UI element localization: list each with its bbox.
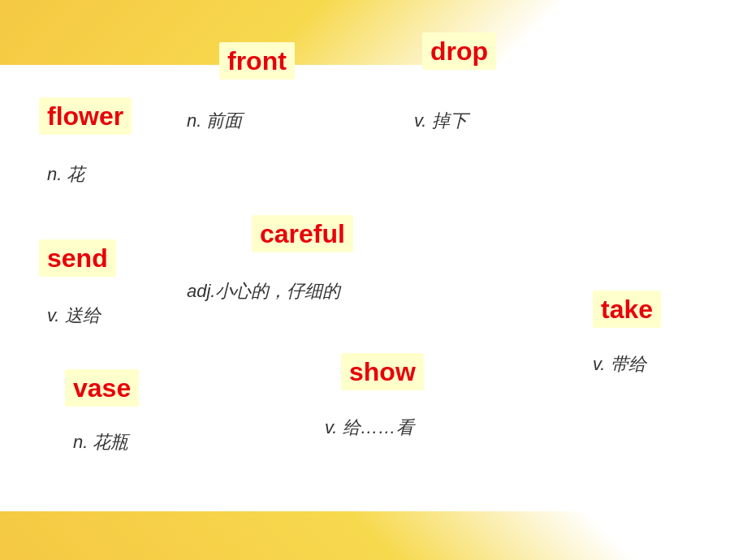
word-def-text-drop: v. 掉下 — [414, 109, 468, 133]
word-def-take: v. 带给 — [585, 349, 654, 380]
word-def-show: v. 给……看 — [317, 412, 422, 443]
word-def-vase: n. 花瓶 — [65, 427, 136, 458]
word-english-send: send — [47, 243, 108, 274]
word-card-take: take — [593, 291, 661, 328]
word-def-flower: n. 花 — [39, 159, 93, 190]
word-def-text-vase: n. 花瓶 — [73, 430, 128, 454]
word-card-careful: careful — [252, 215, 353, 252]
word-card-vase: vase — [65, 369, 139, 407]
word-card-send: send — [39, 239, 116, 277]
word-english-vase: vase — [73, 373, 131, 403]
word-def-text-front: n. 前面 — [187, 109, 242, 133]
word-def-text-take: v. 带给 — [593, 352, 646, 377]
word-def-careful: adj.小心的，仔细的 — [179, 276, 348, 307]
word-def-text-send: v. 送给 — [47, 304, 101, 328]
word-english-show: show — [349, 356, 416, 387]
word-def-front: n. 前面 — [179, 106, 250, 136]
word-def-text-careful: adj.小心的，仔细的 — [187, 279, 340, 304]
word-def-drop: v. 掉下 — [406, 106, 476, 136]
main-content: flower n. 花 front n. 前面 drop v. 掉下 caref… — [0, 0, 747, 560]
word-english-careful: careful — [260, 218, 345, 249]
word-card-drop: drop — [422, 32, 496, 70]
word-english-drop: drop — [430, 36, 488, 67]
word-english-flower: flower — [47, 101, 123, 131]
word-def-text-flower: n. 花 — [47, 162, 84, 187]
word-card-flower: flower — [39, 97, 132, 135]
word-def-text-show: v. 给……看 — [325, 416, 414, 440]
word-card-show: show — [341, 353, 424, 390]
word-card-front: front — [219, 42, 295, 80]
word-english-front: front — [227, 45, 287, 76]
word-english-take: take — [601, 294, 653, 325]
word-def-send: v. 送给 — [39, 300, 109, 331]
